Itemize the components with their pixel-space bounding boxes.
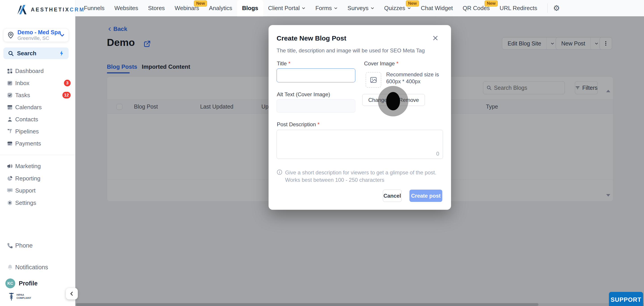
description-helper-text: Give a short description for viewers to …: [285, 169, 448, 184]
recommended-size-line1: Recommended size is: [386, 71, 444, 78]
sidebar-item-label: Tasks: [15, 92, 30, 99]
sidebar-item-label: Profile: [19, 280, 38, 287]
sidebar-search-label: Search: [17, 50, 36, 57]
nav-label: Funnels: [84, 5, 105, 12]
inbox-count-badge: 3: [64, 80, 71, 86]
nav-item-client-portal[interactable]: Client Portal: [263, 0, 310, 16]
chevron-down-icon: [407, 6, 411, 10]
sidebar-item-label: Dashboard: [15, 68, 44, 75]
sidebar-item-pipelines[interactable]: Pipelines: [0, 125, 75, 137]
title-input[interactable]: [276, 69, 355, 82]
nav-item-blogs[interactable]: Blogs: [237, 0, 263, 16]
create-post-button[interactable]: Create post: [410, 190, 442, 202]
nav-label: Analytics: [209, 5, 232, 12]
lightning-bolt-icon: [59, 50, 64, 56]
nav-item-webinars[interactable]: Webinars New: [170, 0, 204, 16]
top-nav: Funnels Websites Stores Webinars New Ana…: [75, 0, 644, 16]
calendar-icon: [7, 104, 13, 110]
nav-label: Surveys: [348, 5, 368, 12]
nav-label: Client Portal: [268, 5, 300, 12]
sidebar-item-label: Contacts: [15, 116, 38, 123]
chevron-down-icon: [334, 6, 338, 10]
sidebar-item-marketing[interactable]: Marketing: [0, 160, 75, 172]
chevron-left-icon: [69, 291, 74, 296]
sidebar-item-label: Inbox: [15, 80, 30, 87]
sidebar-item-label: Reporting: [15, 175, 40, 182]
sidebar-item-notifications[interactable]: Notifications: [0, 261, 75, 273]
chat-bubble-icon: [7, 187, 13, 194]
nav-item-chat-widget[interactable]: Chat Widget: [416, 0, 458, 16]
nav-item-analytics[interactable]: Analytics: [204, 0, 237, 16]
settings-icon: [7, 200, 13, 206]
image-icon: [370, 76, 377, 84]
sidebar: AESTHETIXCRM Demo - Med Spa Greenville, …: [0, 0, 75, 306]
nav-label: URL Redirects: [500, 5, 537, 12]
hipaa-compliant-badge: HIPAA COMPLIANT: [8, 292, 32, 301]
nav-item-qr-codes[interactable]: QR Codes New: [458, 0, 495, 16]
chevron-down-icon: [370, 6, 374, 10]
alt-text-input[interactable]: [276, 99, 355, 113]
sidebar-item-phone[interactable]: Phone: [0, 239, 75, 252]
sidebar-item-label: Support: [15, 187, 36, 194]
sidebar-item-dashboard[interactable]: Dashboard: [0, 65, 75, 77]
cursor-pointer-indicator: [386, 92, 400, 110]
sidebar-collapse-button[interactable]: [66, 288, 78, 299]
nav-item-forms[interactable]: Forms: [310, 0, 342, 16]
required-asterisk: *: [318, 121, 320, 127]
bell-icon: [7, 264, 14, 271]
post-description-box: 0: [276, 130, 443, 159]
sidebar-divider: [0, 155, 75, 155]
cancel-button[interactable]: Cancel: [383, 190, 402, 202]
alt-text-label: Alt Text (Cover Image): [277, 91, 330, 98]
location-switcher[interactable]: Demo - Med Spa Greenville, SC: [3, 29, 69, 42]
nav-item-quizzes[interactable]: Quizzes New: [379, 0, 416, 16]
chevron-down-icon: [302, 6, 306, 10]
sidebar-item-label: Pipelines: [15, 128, 39, 135]
nav-item-websites[interactable]: Websites: [110, 0, 143, 16]
sidebar-item-settings[interactable]: Settings: [0, 197, 75, 209]
sidebar-item-tasks[interactable]: Tasks 12: [0, 89, 75, 101]
post-description-label: Post Description: [277, 121, 316, 127]
sidebar-item-contacts[interactable]: Contacts: [0, 113, 75, 125]
nav-label: Blogs: [242, 5, 258, 12]
post-description-textarea[interactable]: [277, 130, 443, 159]
sidebar-item-label: Marketing: [15, 163, 41, 170]
nav-label: Websites: [114, 5, 138, 12]
close-icon[interactable]: [432, 35, 439, 42]
nav-item-surveys[interactable]: Surveys: [342, 0, 379, 16]
nav-item-url-redirects[interactable]: URL Redirects: [495, 0, 542, 16]
sidebar-item-support[interactable]: Support: [0, 184, 75, 197]
location-city: Greenville, SC: [18, 35, 61, 41]
sidebar-item-reporting[interactable]: Reporting: [0, 172, 75, 184]
nav-label: Quizzes: [384, 5, 405, 12]
brand-mark-icon: [16, 5, 28, 14]
required-asterisk: *: [396, 61, 398, 67]
modal-subtitle: The title, description and image will be…: [276, 48, 425, 54]
nav-item-stores[interactable]: Stores: [143, 0, 170, 16]
info-icon: [276, 169, 283, 175]
sidebar-item-profile[interactable]: KC Profile: [0, 278, 75, 289]
title-label: Title: [277, 61, 287, 67]
location-name: Demo - Med Spa: [18, 29, 61, 36]
sidebar-item-calendars[interactable]: Calendars: [0, 101, 75, 113]
map-pin-icon: [7, 31, 15, 39]
inbox-icon: [7, 80, 13, 86]
sidebar-item-payments[interactable]: Payments: [0, 137, 75, 150]
gear-icon[interactable]: ⚙: [553, 4, 560, 13]
nav-label: Chat Widget: [421, 5, 453, 12]
nav-label: Forms: [315, 5, 332, 12]
funnel-icon: [7, 128, 13, 135]
search-icon: [8, 50, 14, 56]
support-button[interactable]: SUPPORT: [609, 292, 643, 306]
cover-image-dropzone[interactable]: [366, 72, 381, 88]
tasks-icon: [7, 92, 13, 98]
sidebar-item-inbox[interactable]: Inbox 3: [0, 77, 75, 89]
avatar: KC: [5, 278, 15, 288]
caduceus-icon: [8, 292, 15, 301]
sidebar-search[interactable]: Search: [3, 48, 69, 59]
brand-suffix: CRM: [70, 7, 85, 13]
character-counter: 0: [436, 151, 439, 157]
megaphone-icon: [7, 163, 13, 169]
dashboard-icon: [7, 68, 13, 74]
modal-title: Create New Blog Post: [276, 35, 346, 42]
